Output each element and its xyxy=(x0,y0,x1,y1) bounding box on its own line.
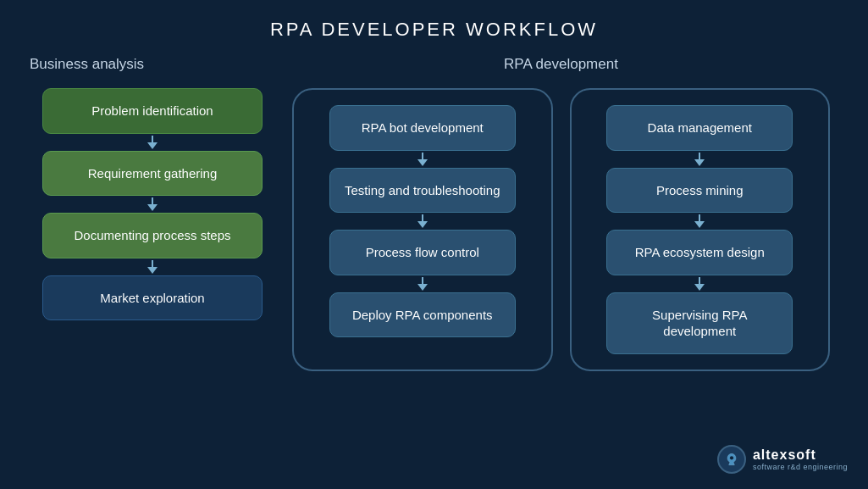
flow-item-supervising-rpa: Supervising RPA development xyxy=(606,292,793,354)
arrow-c2-2 xyxy=(694,214,705,228)
business-analysis-title: Business analysis xyxy=(25,56,279,73)
flow-item-requirement-gathering: Requirement gathering xyxy=(42,151,263,197)
rpa-development-section: RPA development RPA bot development Test… xyxy=(279,56,843,371)
rpa-development-title: RPA development xyxy=(292,56,830,73)
flow-item-testing: Testing and troubleshooting xyxy=(329,168,516,214)
page-title: RPA DEVELOPER WORKFLOW xyxy=(0,0,868,56)
arrow-c1-3 xyxy=(417,277,428,291)
flow-item-data-management: Data management xyxy=(606,105,793,151)
rpa-column-2: Data management Process mining RPA ecosy… xyxy=(570,88,831,371)
logo-tagline: software r&d engineering xyxy=(753,463,848,471)
arrow-c1-1 xyxy=(417,153,428,166)
content-area: Business analysis Problem identification… xyxy=(0,56,868,371)
business-analysis-flow: Problem identification Requirement gathe… xyxy=(25,88,279,320)
logo-text: altexsoft software r&d engineering xyxy=(753,447,848,471)
arrow-c2-3 xyxy=(694,277,705,291)
altexsoft-icon xyxy=(723,451,740,468)
svg-point-0 xyxy=(730,456,733,459)
flow-item-problem-identification: Problem identification xyxy=(42,88,263,134)
rpa-dev-columns: RPA bot development Testing and troubles… xyxy=(292,88,830,371)
business-analysis-column: Business analysis Problem identification… xyxy=(25,56,279,320)
rpa-column-1: RPA bot development Testing and troubles… xyxy=(292,88,553,371)
arrow-c2-1 xyxy=(694,153,705,166)
flow-item-deploy-rpa: Deploy RPA components xyxy=(329,292,516,338)
flow-item-market-exploration: Market exploration xyxy=(42,275,263,321)
logo-area: altexsoft software r&d engineering xyxy=(717,445,848,474)
arrow-2 xyxy=(147,197,158,211)
arrow-1 xyxy=(147,136,158,149)
arrow-3 xyxy=(147,260,158,274)
flow-item-process-mining: Process mining xyxy=(606,168,793,214)
flow-item-rpa-ecosystem: RPA ecosystem design xyxy=(606,230,793,275)
logo-icon xyxy=(717,445,746,474)
flow-item-rpa-bot-dev: RPA bot development xyxy=(329,105,516,151)
flow-item-process-flow: Process flow control xyxy=(329,230,516,275)
flow-item-documenting-process: Documenting process steps xyxy=(42,213,263,258)
arrow-c1-2 xyxy=(417,214,428,228)
logo-name: altexsoft xyxy=(753,447,848,463)
